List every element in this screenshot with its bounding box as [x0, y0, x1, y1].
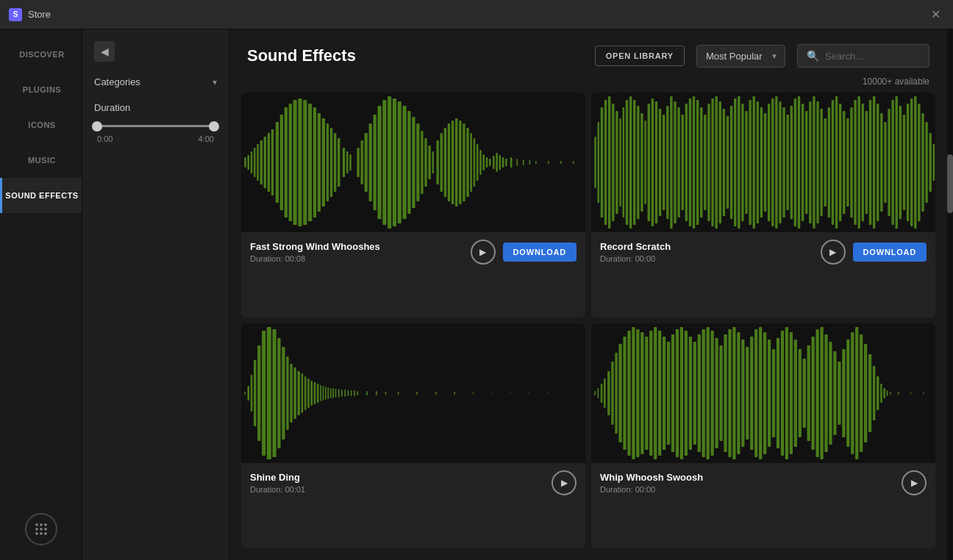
- svg-rect-116: [715, 96, 717, 229]
- svg-rect-179: [257, 345, 260, 441]
- download-button-1[interactable]: DOWNLOAD: [503, 243, 577, 262]
- svg-rect-141: [809, 101, 811, 223]
- svg-rect-111: [696, 100, 699, 225]
- range-min-label: 0:00: [97, 134, 113, 143]
- svg-rect-211: [385, 392, 387, 395]
- svg-rect-99: [652, 98, 654, 226]
- card-info-2: Record Scratch Duration: 00:00: [600, 241, 671, 263]
- sidebar-item-discover[interactable]: DISCOVER: [0, 37, 82, 72]
- collapse-button[interactable]: ◀: [94, 41, 115, 62]
- range-track: [97, 125, 214, 127]
- svg-rect-20: [285, 107, 288, 218]
- svg-rect-15: [264, 137, 266, 188]
- svg-rect-205: [348, 390, 349, 396]
- play-button-2[interactable]: ▶: [821, 240, 846, 265]
- svg-rect-285: [868, 354, 871, 432]
- play-button-1[interactable]: ▶: [471, 240, 496, 265]
- svg-rect-142: [813, 96, 815, 229]
- svg-rect-234: [645, 337, 648, 450]
- svg-rect-166: [903, 115, 905, 210]
- svg-rect-96: [640, 113, 643, 212]
- svg-rect-80: [548, 161, 549, 164]
- svg-rect-193: [314, 382, 316, 404]
- svg-rect-66: [479, 150, 482, 175]
- card-info-4: Whip Whoosh Swoosh Duration: 00:00: [600, 472, 703, 494]
- svg-rect-181: [267, 327, 271, 459]
- svg-rect-129: [764, 113, 766, 212]
- svg-rect-73: [502, 157, 504, 168]
- svg-rect-236: [654, 327, 657, 459]
- sidebar-item-sound-effects[interactable]: SOUND EFFECTS: [0, 178, 82, 213]
- svg-rect-258: [750, 337, 753, 450]
- svg-rect-110: [693, 96, 695, 229]
- grid-view-button[interactable]: [25, 513, 57, 545]
- range-slider[interactable]: 0:00 4:00: [94, 125, 217, 143]
- window-title: Store: [28, 9, 927, 20]
- svg-rect-74: [505, 159, 507, 166]
- svg-rect-208: [357, 391, 358, 395]
- sound-card-4[interactable]: Whip Whoosh Swoosh Duration: 00:00 ▶: [591, 323, 935, 548]
- categories-row[interactable]: Categories ▾: [94, 76, 217, 87]
- svg-rect-13: [257, 144, 259, 181]
- svg-rect-56: [444, 128, 446, 197]
- card-actions-3: ▶: [552, 470, 577, 495]
- play-button-3[interactable]: ▶: [552, 470, 577, 495]
- scrollbar[interactable]: [947, 29, 953, 560]
- search-wrap: 🔍: [797, 44, 929, 68]
- sound-card-3[interactable]: Shine Ding Duration: 00:01 ▶: [241, 323, 585, 548]
- svg-rect-33: [343, 148, 345, 177]
- svg-rect-81: [560, 161, 562, 164]
- svg-rect-229: [623, 337, 626, 450]
- svg-rect-76: [516, 159, 518, 166]
- svg-rect-168: [910, 98, 913, 226]
- svg-rect-24: [303, 100, 307, 225]
- svg-rect-118: [723, 109, 725, 216]
- svg-rect-192: [310, 381, 313, 406]
- range-labels: 0:00 4:00: [97, 134, 214, 143]
- svg-rect-197: [325, 387, 326, 400]
- svg-rect-185: [286, 356, 288, 430]
- svg-rect-100: [655, 101, 657, 223]
- content-header: Sound Effects OPEN LIBRARY Most Popular …: [229, 29, 947, 76]
- svg-rect-11: [251, 151, 253, 173]
- svg-rect-246: [698, 334, 701, 452]
- svg-rect-254: [732, 327, 735, 459]
- search-input[interactable]: [825, 51, 920, 62]
- sound-card-1[interactable]: Fast Strong Wind Whooshes Duration: 00:0…: [241, 93, 585, 317]
- sort-select[interactable]: Most Popular Newest Oldest A-Z: [696, 45, 785, 68]
- close-button[interactable]: ✕: [927, 6, 944, 24]
- open-library-button[interactable]: OPEN LIBRARY: [595, 46, 685, 66]
- svg-rect-83: [594, 137, 596, 188]
- waveform-1: [241, 93, 585, 232]
- sidebar: DISCOVER PLUGINS ICONS MUSIC SOUND EFFEC…: [0, 29, 82, 560]
- svg-rect-19: [280, 115, 283, 210]
- card-actions-4: ▶: [902, 470, 927, 495]
- svg-rect-291: [890, 392, 891, 395]
- svg-rect-126: [753, 96, 755, 229]
- download-button-2[interactable]: DOWNLOAD: [853, 243, 927, 262]
- play-button-4[interactable]: ▶: [902, 470, 927, 495]
- range-thumb-min[interactable]: [92, 121, 102, 132]
- svg-rect-271: [807, 345, 810, 441]
- sidebar-item-music[interactable]: MUSIC: [0, 143, 82, 178]
- svg-rect-155: [862, 104, 864, 221]
- svg-rect-224: [604, 378, 606, 408]
- sidebar-item-plugins[interactable]: PLUGINS: [0, 72, 82, 107]
- svg-rect-144: [820, 109, 822, 216]
- duration-label: Duration: [94, 102, 217, 113]
- scrollbar-thumb[interactable]: [947, 154, 953, 213]
- sidebar-item-icons[interactable]: ICONS: [0, 107, 82, 143]
- svg-rect-262: [768, 340, 771, 447]
- svg-rect-293: [910, 392, 912, 394]
- svg-rect-279: [842, 349, 845, 437]
- range-thumb-max[interactable]: [209, 121, 219, 132]
- sound-card-2[interactable]: Record Scratch Duration: 00:00 ▶ DOWNLOA…: [591, 93, 935, 317]
- svg-rect-86: [604, 100, 607, 225]
- svg-rect-128: [760, 107, 763, 218]
- svg-rect-289: [883, 388, 885, 398]
- svg-rect-161: [884, 122, 886, 203]
- svg-point-6: [35, 532, 38, 535]
- svg-rect-170: [918, 104, 920, 221]
- svg-rect-68: [486, 157, 488, 168]
- svg-rect-164: [896, 96, 898, 229]
